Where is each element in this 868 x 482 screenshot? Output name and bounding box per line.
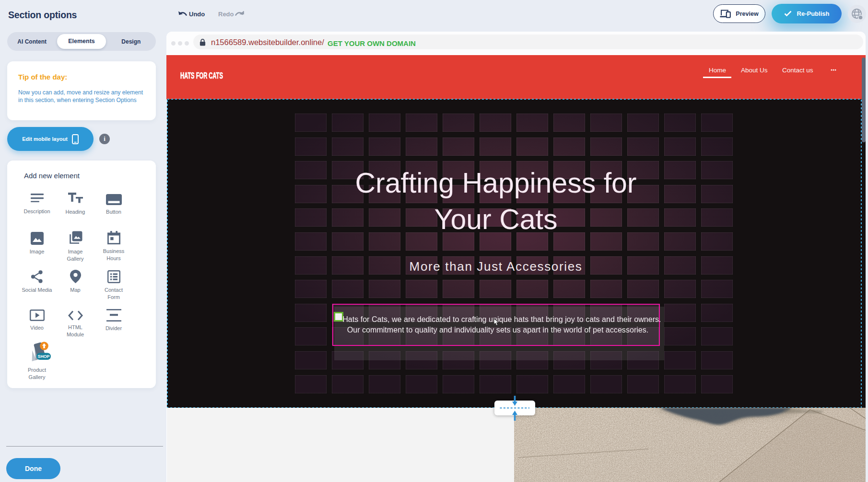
svg-text:SHOP: SHOP — [38, 354, 50, 359]
